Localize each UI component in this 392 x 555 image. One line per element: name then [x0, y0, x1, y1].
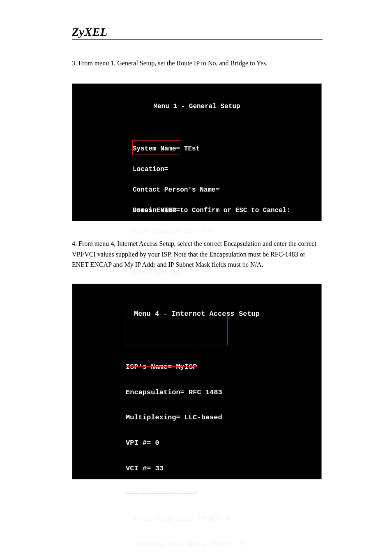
t2-vci: VCI #= 33	[72, 465, 321, 473]
highlight-box-encap-vci	[125, 314, 228, 345]
brand-logo: ZyXEL	[72, 25, 108, 39]
highlight-box-route-bridge	[132, 140, 181, 155]
terminal2-body: ISP's Name= MyISP Encapsulation= RFC 148…	[72, 346, 321, 555]
document-page: ZyXEL 3. From menu 1, General Setup, set…	[0, 0, 392, 555]
t2-pcr: Peak Cell Rate (PCR)= 0	[72, 515, 321, 524]
terminal-menu-1: Menu 1 - General Setup System Name= TEst…	[72, 83, 322, 221]
t2-vpi: VPI #= 0	[72, 439, 321, 448]
t2-mux: Multiplexing= LLC-based	[72, 414, 321, 422]
terminal1-footer: Press ENTER to Confirm or ESC to Cancel:	[72, 207, 321, 214]
t2-qos-text: ATM QoS Type= UBR	[126, 490, 197, 497]
header-rule	[72, 39, 323, 40]
terminal1-body: System Name= TEst Location= Contact Pers…	[72, 132, 321, 310]
t2-isp: ISP's Name= MyISP	[72, 363, 321, 372]
t2-isp-text: ISP's Name= MyISP	[126, 363, 197, 371]
t1-contact: Contact Person's Name=	[72, 187, 321, 194]
t2-encap: Encapsulation= RFC 1483	[72, 388, 321, 397]
t2-scr: Sustain Cell Rate (SCR)= 0	[72, 541, 321, 549]
paragraph-step-4: 4. From menu 4, Internet Access Setup, s…	[72, 238, 323, 270]
t1-location: Location=	[72, 166, 321, 173]
terminal-menu-4: Menu 4 - Internet Access Setup ISP's Nam…	[72, 284, 322, 479]
t1-system-name: System Name= TEst	[72, 146, 321, 153]
t2-qos: ATM QoS Type= UBR	[72, 490, 321, 498]
t1-ddns: Edit Dynamic DNS= No	[72, 228, 321, 235]
paragraph-step-3: 3. From menu 1, General Setup, set the R…	[72, 58, 323, 68]
terminal1-title: Menu 1 - General Setup	[72, 103, 321, 110]
